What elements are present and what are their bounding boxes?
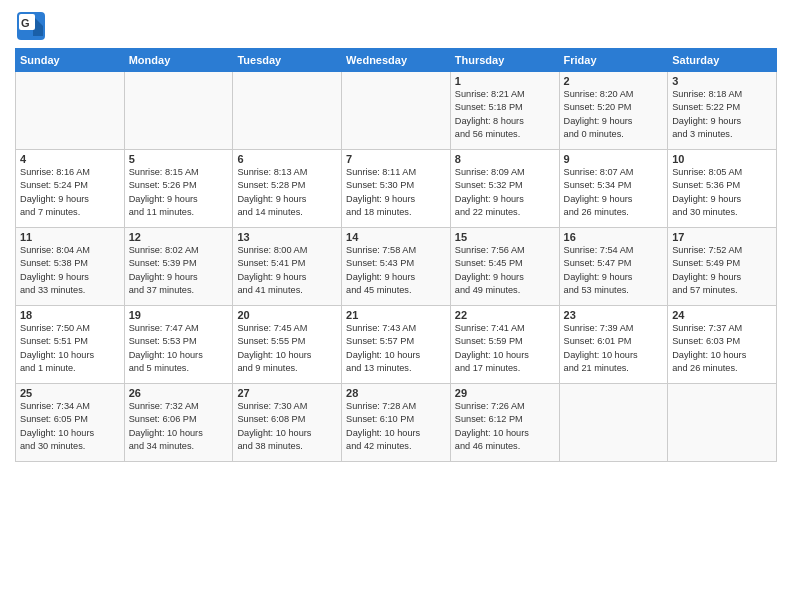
cell-info: Sunrise: 7:58 AMSunset: 5:43 PMDaylight:… <box>346 244 446 297</box>
calendar-cell: 24Sunrise: 7:37 AMSunset: 6:03 PMDayligh… <box>668 306 777 384</box>
calendar-cell: 1Sunrise: 8:21 AMSunset: 5:18 PMDaylight… <box>450 72 559 150</box>
day-number: 26 <box>129 387 229 399</box>
day-number: 29 <box>455 387 555 399</box>
cell-info: Sunrise: 8:05 AMSunset: 5:36 PMDaylight:… <box>672 166 772 219</box>
cell-info: Sunrise: 7:45 AMSunset: 5:55 PMDaylight:… <box>237 322 337 375</box>
cell-info: Sunrise: 7:43 AMSunset: 5:57 PMDaylight:… <box>346 322 446 375</box>
day-number: 8 <box>455 153 555 165</box>
cell-info: Sunrise: 8:07 AMSunset: 5:34 PMDaylight:… <box>564 166 664 219</box>
day-number: 4 <box>20 153 120 165</box>
calendar-table: SundayMondayTuesdayWednesdayThursdayFrid… <box>15 48 777 462</box>
calendar-cell: 10Sunrise: 8:05 AMSunset: 5:36 PMDayligh… <box>668 150 777 228</box>
day-header-friday: Friday <box>559 49 668 72</box>
logo: G <box>15 10 51 42</box>
day-number: 2 <box>564 75 664 87</box>
cell-info: Sunrise: 8:11 AMSunset: 5:30 PMDaylight:… <box>346 166 446 219</box>
cell-info: Sunrise: 7:50 AMSunset: 5:51 PMDaylight:… <box>20 322 120 375</box>
day-header-wednesday: Wednesday <box>342 49 451 72</box>
day-number: 11 <box>20 231 120 243</box>
day-number: 19 <box>129 309 229 321</box>
calendar-cell <box>233 72 342 150</box>
day-number: 24 <box>672 309 772 321</box>
cell-info: Sunrise: 7:32 AMSunset: 6:06 PMDaylight:… <box>129 400 229 453</box>
calendar-cell <box>124 72 233 150</box>
calendar-week-4: 18Sunrise: 7:50 AMSunset: 5:51 PMDayligh… <box>16 306 777 384</box>
day-number: 22 <box>455 309 555 321</box>
day-number: 13 <box>237 231 337 243</box>
calendar-cell: 20Sunrise: 7:45 AMSunset: 5:55 PMDayligh… <box>233 306 342 384</box>
cell-info: Sunrise: 8:15 AMSunset: 5:26 PMDaylight:… <box>129 166 229 219</box>
calendar-cell: 12Sunrise: 8:02 AMSunset: 5:39 PMDayligh… <box>124 228 233 306</box>
calendar-cell <box>668 384 777 462</box>
cell-info: Sunrise: 7:26 AMSunset: 6:12 PMDaylight:… <box>455 400 555 453</box>
day-header-monday: Monday <box>124 49 233 72</box>
calendar-cell: 22Sunrise: 7:41 AMSunset: 5:59 PMDayligh… <box>450 306 559 384</box>
calendar-cell: 14Sunrise: 7:58 AMSunset: 5:43 PMDayligh… <box>342 228 451 306</box>
calendar-cell: 2Sunrise: 8:20 AMSunset: 5:20 PMDaylight… <box>559 72 668 150</box>
cell-info: Sunrise: 7:30 AMSunset: 6:08 PMDaylight:… <box>237 400 337 453</box>
cell-info: Sunrise: 8:00 AMSunset: 5:41 PMDaylight:… <box>237 244 337 297</box>
header: G <box>15 10 777 42</box>
cell-info: Sunrise: 7:54 AMSunset: 5:47 PMDaylight:… <box>564 244 664 297</box>
cell-info: Sunrise: 7:56 AMSunset: 5:45 PMDaylight:… <box>455 244 555 297</box>
calendar-week-1: 1Sunrise: 8:21 AMSunset: 5:18 PMDaylight… <box>16 72 777 150</box>
day-number: 1 <box>455 75 555 87</box>
day-number: 6 <box>237 153 337 165</box>
calendar-cell: 19Sunrise: 7:47 AMSunset: 5:53 PMDayligh… <box>124 306 233 384</box>
calendar-cell: 21Sunrise: 7:43 AMSunset: 5:57 PMDayligh… <box>342 306 451 384</box>
day-number: 18 <box>20 309 120 321</box>
calendar-cell: 15Sunrise: 7:56 AMSunset: 5:45 PMDayligh… <box>450 228 559 306</box>
day-number: 23 <box>564 309 664 321</box>
cell-info: Sunrise: 7:39 AMSunset: 6:01 PMDaylight:… <box>564 322 664 375</box>
day-number: 20 <box>237 309 337 321</box>
day-number: 17 <box>672 231 772 243</box>
calendar-week-5: 25Sunrise: 7:34 AMSunset: 6:05 PMDayligh… <box>16 384 777 462</box>
day-number: 21 <box>346 309 446 321</box>
cell-info: Sunrise: 7:41 AMSunset: 5:59 PMDaylight:… <box>455 322 555 375</box>
day-number: 3 <box>672 75 772 87</box>
cell-info: Sunrise: 7:52 AMSunset: 5:49 PMDaylight:… <box>672 244 772 297</box>
calendar-cell: 13Sunrise: 8:00 AMSunset: 5:41 PMDayligh… <box>233 228 342 306</box>
main-container: G SundayMondayTuesdayWednesdayThursdayFr… <box>0 0 792 467</box>
day-number: 16 <box>564 231 664 243</box>
cell-info: Sunrise: 8:21 AMSunset: 5:18 PMDaylight:… <box>455 88 555 141</box>
cell-info: Sunrise: 8:09 AMSunset: 5:32 PMDaylight:… <box>455 166 555 219</box>
calendar-cell <box>342 72 451 150</box>
svg-text:G: G <box>21 17 30 29</box>
cell-info: Sunrise: 8:02 AMSunset: 5:39 PMDaylight:… <box>129 244 229 297</box>
calendar-cell: 18Sunrise: 7:50 AMSunset: 5:51 PMDayligh… <box>16 306 125 384</box>
day-number: 14 <box>346 231 446 243</box>
cell-info: Sunrise: 8:04 AMSunset: 5:38 PMDaylight:… <box>20 244 120 297</box>
calendar-cell: 9Sunrise: 8:07 AMSunset: 5:34 PMDaylight… <box>559 150 668 228</box>
calendar-cell <box>16 72 125 150</box>
calendar-cell: 23Sunrise: 7:39 AMSunset: 6:01 PMDayligh… <box>559 306 668 384</box>
calendar-cell: 25Sunrise: 7:34 AMSunset: 6:05 PMDayligh… <box>16 384 125 462</box>
calendar-week-3: 11Sunrise: 8:04 AMSunset: 5:38 PMDayligh… <box>16 228 777 306</box>
calendar-cell: 17Sunrise: 7:52 AMSunset: 5:49 PMDayligh… <box>668 228 777 306</box>
day-number: 28 <box>346 387 446 399</box>
day-number: 12 <box>129 231 229 243</box>
day-header-saturday: Saturday <box>668 49 777 72</box>
day-number: 15 <box>455 231 555 243</box>
calendar-cell: 3Sunrise: 8:18 AMSunset: 5:22 PMDaylight… <box>668 72 777 150</box>
header-row: SundayMondayTuesdayWednesdayThursdayFrid… <box>16 49 777 72</box>
day-header-sunday: Sunday <box>16 49 125 72</box>
cell-info: Sunrise: 7:47 AMSunset: 5:53 PMDaylight:… <box>129 322 229 375</box>
day-number: 5 <box>129 153 229 165</box>
cell-info: Sunrise: 7:28 AMSunset: 6:10 PMDaylight:… <box>346 400 446 453</box>
day-number: 7 <box>346 153 446 165</box>
calendar-cell: 4Sunrise: 8:16 AMSunset: 5:24 PMDaylight… <box>16 150 125 228</box>
day-number: 27 <box>237 387 337 399</box>
calendar-cell: 16Sunrise: 7:54 AMSunset: 5:47 PMDayligh… <box>559 228 668 306</box>
logo-icon: G <box>15 10 47 42</box>
calendar-cell: 6Sunrise: 8:13 AMSunset: 5:28 PMDaylight… <box>233 150 342 228</box>
day-number: 25 <box>20 387 120 399</box>
calendar-cell: 27Sunrise: 7:30 AMSunset: 6:08 PMDayligh… <box>233 384 342 462</box>
day-number: 10 <box>672 153 772 165</box>
cell-info: Sunrise: 7:34 AMSunset: 6:05 PMDaylight:… <box>20 400 120 453</box>
cell-info: Sunrise: 8:13 AMSunset: 5:28 PMDaylight:… <box>237 166 337 219</box>
calendar-cell <box>559 384 668 462</box>
calendar-cell: 8Sunrise: 8:09 AMSunset: 5:32 PMDaylight… <box>450 150 559 228</box>
calendar-cell: 26Sunrise: 7:32 AMSunset: 6:06 PMDayligh… <box>124 384 233 462</box>
cell-info: Sunrise: 8:18 AMSunset: 5:22 PMDaylight:… <box>672 88 772 141</box>
